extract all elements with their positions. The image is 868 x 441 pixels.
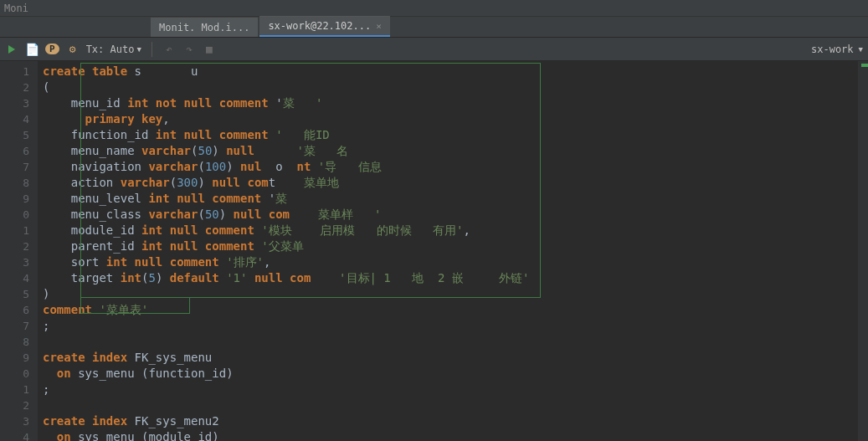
code-line: create index FK_sys_menu2 [38,413,868,429]
chevron-down-icon: ▼ [859,45,863,54]
code-line [38,397,868,413]
tab-label: sx-work@22.102... [268,20,371,32]
tab-sx-work[interactable]: sx-work@22.102... × [259,16,389,37]
code-line: comment '菜单表' [38,302,868,318]
file-icon[interactable]: 📄 [25,43,39,56]
editor-tabs-bar: Monit. Mod.i... sx-work@22.102... × [0,17,868,38]
tool-left: 📄 P ⚙ Tx: Auto ▼ ↶ ↷ ■ [5,42,216,57]
undo-icon[interactable]: ↶ [162,43,176,56]
error-stripe-mark [861,64,868,67]
code-line: ; [38,382,868,397]
code-line: on sys_menu (function_id) [38,366,868,382]
code-line: function_id int null comment ' 能ID [38,127,868,143]
code-line: menu_name varchar(50) null '菜 名 [38,143,868,159]
close-icon[interactable]: × [376,21,382,32]
tool-bar: 📄 P ⚙ Tx: Auto ▼ ↶ ↷ ■ sx-work ▼ [0,38,868,61]
code-line: ( [38,79,868,95]
code-line: menu_id int not null comment '菜 ' [38,95,868,111]
redo-icon[interactable]: ↷ [182,43,196,56]
code-line: action varchar(300) null comt 菜单地 [38,175,868,191]
error-stripe[interactable] [858,61,868,441]
code-line: create index FK_sys_menu [38,350,868,366]
top-bar-text: Moni [4,3,28,14]
run-icon[interactable] [5,43,18,56]
schema-select[interactable]: sx-work ▼ [811,44,863,55]
stop-icon[interactable]: ■ [203,43,216,56]
code-line [38,334,868,350]
tab-label: Monit. Mod.i... [159,22,249,33]
code-line: ) [38,286,868,302]
editor-area[interactable]: 1 2 3 4 5 6 7 8 9 0 1 2 3 4 5 6 7 8 9 0 … [0,61,868,441]
chevron-down-icon: ▼ [136,45,141,54]
top-bar: Moni [0,0,868,17]
code-editor[interactable]: create table s u ( menu_id int not null … [38,61,868,441]
tab-monitor[interactable]: Monit. Mod.i... [151,18,258,37]
code-line: target int(5) default '1' null com '目标| … [38,270,868,286]
tx-mode-select[interactable]: Tx: Auto ▼ [86,44,141,55]
code-line: navigation varchar(100) nul o nt '导 信息 [38,159,868,175]
code-line: sort int null comment '排序', [38,254,868,270]
code-line: parent_id int null comment '父菜单 [38,238,868,254]
code-line: create table s u [38,64,868,79]
code-line: primary key, [38,111,868,127]
p-badge-icon[interactable]: P [45,44,59,54]
code-line: on sys_menu (module_id) [38,429,868,441]
code-line: menu_class varchar(50) null com 菜单样 ' [38,207,868,223]
gear-icon[interactable]: ⚙ [66,43,80,56]
code-line: menu_level int null comment '菜 [38,191,868,207]
code-line: module_id int null comment '模块 启用模 的时候 有… [38,223,868,238]
code-line: ; [38,318,868,334]
line-gutter: 1 2 3 4 5 6 7 8 9 0 1 2 3 4 5 6 7 8 9 0 … [0,61,38,441]
